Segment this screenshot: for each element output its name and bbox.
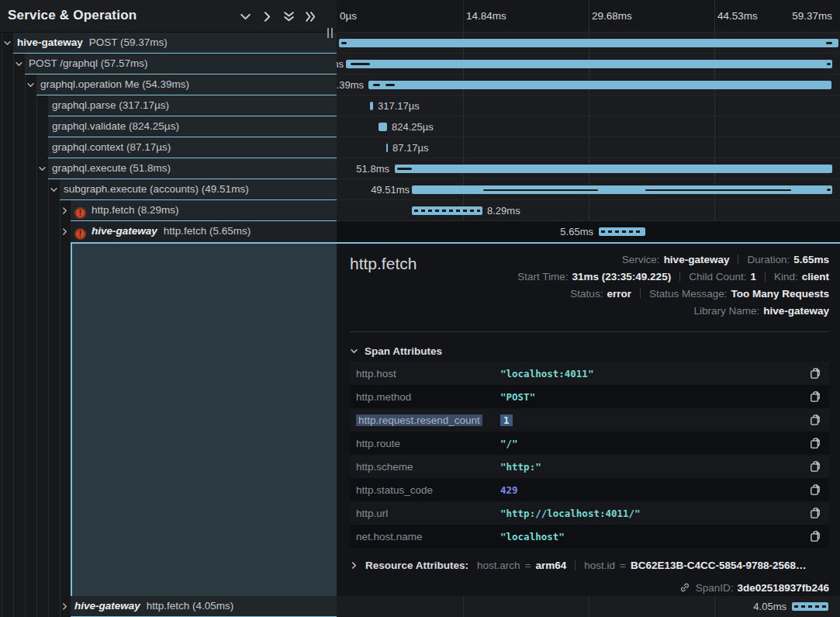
copy-icon[interactable] bbox=[809, 460, 821, 473]
copy-icon[interactable] bbox=[809, 414, 821, 426]
attribute-value: "localhost:4011" bbox=[500, 368, 809, 380]
span-service: hive-gateway bbox=[17, 36, 83, 48]
chevron-down-icon[interactable] bbox=[38, 165, 47, 173]
library-name-value: hive-gateway bbox=[763, 305, 829, 317]
span-id-footer: SpanID:3de02518937fb246 bbox=[679, 578, 829, 598]
attribute-value: "http://localhost:4011/" bbox=[500, 508, 809, 519]
resource-key: host.arch bbox=[477, 560, 520, 571]
span-bar[interactable] bbox=[386, 144, 388, 152]
indent-guide bbox=[2, 33, 2, 617]
duration-value: 5.65ms bbox=[793, 254, 829, 265]
span-bar[interactable] bbox=[395, 165, 832, 173]
gridline bbox=[463, 596, 464, 617]
chevron-down-icon[interactable] bbox=[15, 60, 23, 68]
span-bar[interactable] bbox=[339, 39, 838, 47]
duration-label: 51.8ms bbox=[356, 158, 389, 179]
span-bar[interactable] bbox=[379, 123, 387, 131]
span-bar[interactable] bbox=[792, 602, 828, 611]
span-attributes-header[interactable]: Span Attributes bbox=[350, 345, 442, 357]
link-icon[interactable] bbox=[679, 582, 690, 593]
child-span-mark bbox=[827, 189, 831, 191]
panel-resizer-handle[interactable] bbox=[327, 28, 334, 38]
copy-icon[interactable] bbox=[809, 367, 821, 380]
child-span-mark bbox=[385, 84, 395, 86]
attribute-value: "localhost" bbox=[500, 531, 809, 542]
expand-all-icon[interactable] bbox=[304, 10, 317, 23]
attribute-value: "http:" bbox=[500, 461, 809, 473]
tree-row[interactable]: graphql.context (87.17µs) bbox=[48, 137, 337, 158]
attribute-value: "POST" bbox=[500, 391, 809, 403]
duration-label: Duration: bbox=[747, 254, 790, 265]
span-bar[interactable] bbox=[370, 102, 373, 110]
chevron-right-icon[interactable] bbox=[60, 206, 69, 215]
timeline-row: 8.29ms bbox=[337, 200, 840, 221]
tree-row[interactable]: subgraph.execute (accounts) (49.51ms) bbox=[60, 179, 337, 200]
span-service: hive-gateway bbox=[74, 600, 140, 612]
span-bar[interactable] bbox=[412, 206, 482, 215]
tree-row[interactable]: POST /graphql (57.57ms) bbox=[25, 54, 337, 75]
indent-guide bbox=[25, 33, 26, 617]
copy-icon[interactable] bbox=[809, 530, 821, 542]
expand-one-icon[interactable] bbox=[261, 10, 274, 23]
chevron-right-icon[interactable] bbox=[60, 602, 69, 611]
child-span-mark bbox=[827, 63, 831, 65]
chevron-down-icon[interactable] bbox=[50, 185, 58, 194]
collapse-one-icon[interactable] bbox=[239, 10, 252, 23]
status-label: Status: bbox=[570, 288, 603, 300]
timeline-row: 87.17µs bbox=[337, 137, 840, 158]
meta-divider bbox=[679, 272, 680, 282]
duration-label: 5.65ms bbox=[560, 221, 593, 242]
status-value: error bbox=[607, 288, 631, 300]
tree-row[interactable]: graphql.parse (317.17µs) bbox=[48, 95, 337, 116]
child-span-mark bbox=[826, 42, 832, 44]
chevron-right-icon[interactable] bbox=[60, 227, 69, 236]
axis-tick: 14.84ms bbox=[466, 0, 506, 32]
copy-icon[interactable] bbox=[809, 437, 821, 449]
resource-attributes-row[interactable]: Resource Attributes:host.arch=arm64host.… bbox=[350, 556, 829, 576]
chevron-down-icon[interactable] bbox=[26, 81, 35, 89]
tree-row[interactable]: hive-gatewayhttp.fetch (4.05ms) bbox=[71, 596, 337, 617]
duration-label: 87.17µs bbox=[392, 137, 429, 158]
start-time-value: 31ms (23:35:49.225) bbox=[572, 271, 672, 283]
attribute-row: http.route "/" bbox=[350, 432, 829, 455]
selected-text: http.request.resend_count bbox=[356, 414, 482, 426]
detail-divider bbox=[350, 331, 829, 332]
span-bar[interactable] bbox=[346, 60, 832, 68]
child-count-value: 1 bbox=[750, 271, 756, 283]
copy-icon[interactable] bbox=[809, 484, 821, 496]
copy-icon[interactable] bbox=[809, 507, 821, 519]
tree-row[interactable]: graphql.validate (824.25µs) bbox=[48, 116, 337, 137]
axis-gridline bbox=[714, 0, 715, 32]
timeline-row: 4.05ms bbox=[337, 596, 840, 617]
trace-viewer: Service & Operation hive-gatew bbox=[0, 0, 840, 617]
indent-guide bbox=[13, 33, 14, 617]
tree-row[interactable]: hive-gatewayPOST (59.37ms) bbox=[13, 33, 337, 54]
span-label: graphql.execute (51.8ms) bbox=[52, 162, 171, 174]
chevron-right-icon bbox=[350, 561, 358, 570]
library-name-label: Library Name: bbox=[693, 305, 759, 317]
child-span-mark bbox=[483, 189, 598, 191]
tree-row-selected[interactable]: !hive-gatewayhttp.fetch (5.65ms) bbox=[71, 221, 337, 242]
child-span-mark bbox=[397, 168, 412, 170]
meta-line-4: Library Name:hive-gateway bbox=[517, 303, 829, 320]
timeline-row: 49.51ms bbox=[337, 179, 840, 200]
meta-line-3: Status:errorStatus Message:Too Many Requ… bbox=[517, 286, 829, 303]
axis-tick: 0µs bbox=[340, 0, 357, 32]
tree-row[interactable]: graphql.execute (51.8ms) bbox=[48, 158, 337, 179]
chevron-down-icon[interactable] bbox=[3, 39, 12, 47]
collapse-all-icon[interactable] bbox=[282, 10, 296, 23]
copy-icon[interactable] bbox=[809, 390, 821, 403]
duration-label: 49.51ms bbox=[371, 179, 410, 200]
span-detail-panel: http.fetch Service:hive-gatewayDuration:… bbox=[337, 242, 840, 596]
service-value: hive-gateway bbox=[664, 254, 730, 265]
duration-label: 317.17µs bbox=[378, 95, 420, 116]
attribute-row: http.scheme "http:" bbox=[350, 455, 829, 478]
span-bar[interactable] bbox=[368, 81, 831, 89]
span-label: graphql.validate (824.25µs) bbox=[52, 120, 179, 132]
tree-row[interactable]: !http.fetch (8.29ms) bbox=[71, 200, 337, 221]
tree-row[interactable]: graphql.operation Me (54.39ms) bbox=[36, 75, 337, 95]
status-message-label: Status Message: bbox=[649, 288, 728, 300]
span-bar[interactable] bbox=[599, 227, 645, 236]
attribute-row: net.host.name "localhost" bbox=[350, 525, 829, 548]
attribute-key: http.request.resend_count bbox=[356, 414, 500, 426]
